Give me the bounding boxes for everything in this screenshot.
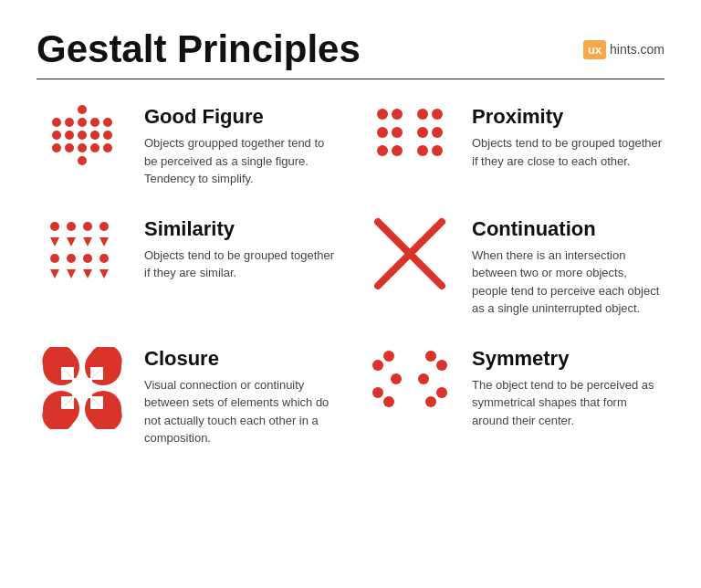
logo-domain: hints.com bbox=[610, 42, 664, 57]
svg-point-24 bbox=[432, 109, 443, 120]
divider bbox=[37, 79, 664, 79]
icon-proximity bbox=[364, 105, 455, 160]
proximity-desc: Objects tend to be grouped together if t… bbox=[472, 134, 664, 170]
svg-point-65 bbox=[425, 351, 436, 362]
page-title: Gestalt Principles bbox=[37, 27, 361, 71]
proximity-icon bbox=[373, 105, 446, 160]
svg-marker-44 bbox=[99, 269, 109, 278]
symmetry-desc: The object tend to be perceived as symme… bbox=[472, 376, 664, 430]
symmetry-title: Symmetry bbox=[472, 347, 664, 371]
icon-closure bbox=[37, 347, 128, 429]
svg-point-26 bbox=[432, 127, 443, 138]
svg-point-63 bbox=[383, 396, 394, 407]
svg-point-11 bbox=[90, 143, 99, 152]
icon-symmetry bbox=[364, 347, 455, 411]
proximity-title: Proximity bbox=[472, 105, 664, 129]
proximity-text: Proximity Objects tend to be grouped tog… bbox=[472, 105, 664, 170]
similarity-text: Similarity Objects tend to be grouped to… bbox=[144, 217, 337, 282]
similarity-title: Similarity bbox=[144, 217, 337, 241]
svg-point-4 bbox=[52, 131, 61, 140]
similarity-icon bbox=[46, 217, 119, 281]
principle-symmetry: Symmetry The object tend to be perceived… bbox=[364, 347, 664, 447]
svg-point-12 bbox=[78, 156, 87, 165]
svg-marker-43 bbox=[83, 269, 92, 278]
svg-point-7 bbox=[90, 131, 99, 140]
svg-point-62 bbox=[372, 387, 383, 398]
svg-point-18 bbox=[392, 109, 403, 120]
good-figure-desc: Objects groupped together tend to be per… bbox=[144, 134, 337, 188]
svg-marker-35 bbox=[83, 237, 92, 247]
svg-point-39 bbox=[83, 254, 92, 263]
svg-point-69 bbox=[418, 373, 429, 384]
closure-icon bbox=[41, 347, 123, 429]
svg-point-3 bbox=[90, 118, 99, 127]
svg-marker-34 bbox=[67, 237, 76, 247]
closure-text: Closure Visual connection or continuity … bbox=[144, 347, 337, 447]
svg-point-19 bbox=[377, 127, 388, 138]
svg-point-1 bbox=[65, 118, 74, 127]
icon-good-figure bbox=[37, 105, 128, 173]
page-header: Gestalt Principles ux hints.com bbox=[37, 27, 664, 71]
svg-point-67 bbox=[425, 396, 436, 407]
svg-point-32 bbox=[99, 222, 109, 231]
svg-point-0 bbox=[78, 105, 87, 114]
svg-point-29 bbox=[50, 222, 59, 231]
svg-point-30 bbox=[67, 222, 76, 231]
good-figure-icon bbox=[48, 105, 116, 173]
continuation-text: Continuation When there is an intersecti… bbox=[472, 217, 664, 318]
svg-point-13 bbox=[52, 143, 61, 152]
principle-good-figure: Good Figure Objects groupped together te… bbox=[37, 105, 337, 188]
principles-grid: Good Figure Objects groupped together te… bbox=[37, 105, 664, 477]
icon-similarity bbox=[37, 217, 128, 281]
symmetry-icon bbox=[369, 347, 451, 411]
svg-marker-33 bbox=[50, 237, 59, 247]
continuation-desc: When there is an intersection between tw… bbox=[472, 247, 664, 318]
svg-point-16 bbox=[103, 118, 112, 127]
svg-point-8 bbox=[103, 131, 112, 140]
svg-point-37 bbox=[50, 254, 59, 263]
svg-marker-36 bbox=[99, 237, 109, 247]
good-figure-text: Good Figure Objects groupped together te… bbox=[144, 105, 337, 188]
svg-point-61 bbox=[383, 351, 394, 362]
svg-point-27 bbox=[417, 145, 428, 156]
svg-point-38 bbox=[67, 254, 76, 263]
continuation-icon bbox=[373, 217, 446, 290]
continuation-title: Continuation bbox=[472, 217, 664, 241]
svg-point-10 bbox=[78, 143, 87, 152]
svg-point-9 bbox=[65, 143, 74, 152]
closure-desc: Visual connection or continuity between … bbox=[144, 376, 337, 447]
principle-closure: Closure Visual connection or continuity … bbox=[37, 347, 337, 447]
svg-point-66 bbox=[436, 387, 447, 398]
closure-title: Closure bbox=[144, 347, 337, 371]
svg-point-25 bbox=[417, 127, 428, 138]
logo: ux hints.com bbox=[583, 40, 664, 59]
similarity-desc: Objects tend to be grouped together if t… bbox=[144, 247, 337, 282]
symmetry-text: Symmetry The object tend to be perceived… bbox=[472, 347, 664, 430]
good-figure-title: Good Figure bbox=[144, 105, 337, 129]
svg-point-31 bbox=[83, 222, 92, 231]
svg-point-64 bbox=[436, 360, 447, 371]
svg-point-17 bbox=[377, 109, 388, 120]
svg-point-20 bbox=[392, 127, 403, 138]
svg-point-60 bbox=[372, 360, 383, 371]
svg-point-14 bbox=[103, 143, 112, 152]
logo-ux: ux bbox=[583, 40, 606, 59]
svg-marker-42 bbox=[67, 269, 76, 278]
svg-point-22 bbox=[392, 145, 403, 156]
svg-point-2 bbox=[78, 118, 87, 127]
svg-point-23 bbox=[417, 109, 428, 120]
icon-continuation bbox=[364, 217, 455, 290]
principle-proximity: Proximity Objects tend to be grouped tog… bbox=[364, 105, 664, 188]
svg-point-21 bbox=[377, 145, 388, 156]
svg-point-5 bbox=[65, 131, 74, 140]
principle-continuation: Continuation When there is an intersecti… bbox=[364, 217, 664, 318]
svg-marker-41 bbox=[50, 269, 59, 278]
svg-point-28 bbox=[432, 145, 443, 156]
svg-point-68 bbox=[391, 373, 402, 384]
principle-similarity: Similarity Objects tend to be grouped to… bbox=[37, 217, 337, 318]
svg-point-40 bbox=[99, 254, 109, 263]
svg-point-6 bbox=[78, 131, 87, 140]
svg-point-15 bbox=[52, 118, 61, 127]
svg-rect-59 bbox=[72, 378, 92, 398]
